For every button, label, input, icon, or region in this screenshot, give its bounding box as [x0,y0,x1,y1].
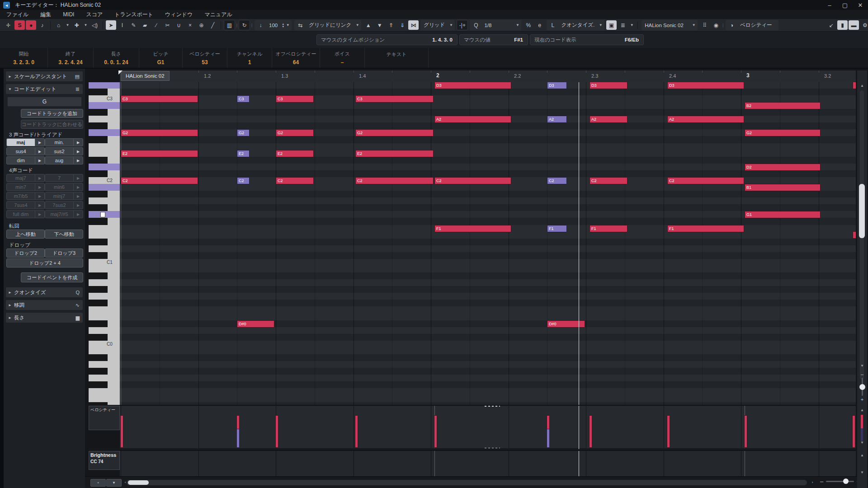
chord-play-icon[interactable]: ▶ [35,201,45,209]
chord-play-icon[interactable]: ▶ [35,156,45,164]
chord-label[interactable]: maj [6,138,35,146]
insert-velocity-icon[interactable]: ↓ [255,20,266,30]
chord-label[interactable]: 7sus4 [6,201,35,209]
chord-play-icon[interactable]: ▶ [74,156,83,164]
chord-label[interactable]: minj7 [45,192,74,200]
chord-button-7[interactable]: 7▶ [45,174,83,182]
chord-label[interactable]: aug [45,156,74,164]
line-tool[interactable]: ╱ [208,20,218,30]
section-length[interactable]: ► 長さ ▆ [6,313,83,323]
chord-play-icon[interactable]: ▶ [35,192,45,200]
setup-gear-icon[interactable]: ⚙ [860,20,868,30]
section-scale-assistant[interactable]: ► スケールアシスタント ▤ [6,71,83,81]
piano-key-F0[interactable] [89,306,120,313]
object-selection-tool[interactable]: ➤ [106,20,116,30]
chord-button-maj7[interactable]: maj7▶ [6,174,45,182]
speaker-icon[interactable]: ◁) [90,20,100,30]
scroll-right-arrow[interactable]: › [810,479,815,486]
info-col-ボイス[interactable]: ボイス– [320,48,365,68]
menu-MIDI[interactable]: MIDI [63,11,74,18]
piano-key-C2[interactable] [89,177,120,184]
zoom-tool[interactable]: ⊕ [196,20,207,30]
velocity-bar[interactable] [547,429,550,448]
chord-play-icon[interactable]: ▶ [35,210,45,218]
chord-button-m7/b5[interactable]: m7/b5▶ [6,192,45,200]
midi-note-edge[interactable] [853,231,856,239]
midi-note-D#0[interactable]: D#0 [237,320,274,328]
piano-key-D#-1[interactable] [89,402,120,405]
lane-type-dropdown[interactable]: ▼ [106,479,122,487]
piano-key-D3[interactable] [89,82,120,89]
midi-note-C2[interactable]: C2 [590,177,627,184]
chord-button-minj7[interactable]: minj7▶ [45,192,83,200]
vzoom-out-icon[interactable]: – [861,371,863,377]
edited-part-dropdown[interactable]: HALion Sonic 02 [642,23,690,28]
menu-トランスポート[interactable]: トランスポート [114,11,153,19]
cc-lane-label[interactable]: Brightness CC 74 [89,451,120,470]
midi-note-F1[interactable]: F1 [547,225,567,232]
chord-play-icon[interactable]: ▶ [74,210,83,218]
lower-zone-button[interactable]: ▬ [849,20,859,30]
piano-key-F#-1[interactable] [89,381,120,388]
midi-note-D3[interactable]: D3 [547,82,567,89]
midi-note-D3[interactable]: D3 [434,82,511,89]
midi-note-A2[interactable]: A2 [590,116,627,123]
record-button[interactable]: ● [26,20,36,30]
midi-note-F1[interactable]: F1 [667,225,744,232]
midi-note-G2[interactable]: G2 [237,129,250,136]
piano-key-G#2[interactable] [89,122,120,129]
cc-scroll-up[interactable]: ▲ [857,452,867,458]
snap-toggle-icon[interactable]: ⋈ [408,20,419,30]
dropdown-arrow-icon[interactable]: ▼ [690,20,697,30]
dropdown-arrow-icon[interactable]: ▼ [82,20,89,30]
chord-label[interactable]: sus2 [45,147,74,155]
chord-play-icon[interactable]: ▶ [74,138,83,146]
midi-note-G2[interactable]: G2 [745,129,821,136]
pin-icon[interactable]: ✛ [3,20,14,30]
midi-note-G1[interactable]: G1 [745,211,821,218]
piano-key-F-1[interactable] [89,388,120,395]
chord-play-icon[interactable]: ▶ [35,138,45,146]
piano-key-D#2[interactable] [89,157,120,164]
midi-note-C2[interactable]: C2 [547,177,567,184]
midi-note-G2[interactable]: G2 [276,129,314,136]
piano-key-D2[interactable] [89,164,120,170]
dropdown-arrow-icon[interactable]: ▼ [284,20,291,30]
piano-key-F2[interactable] [89,143,120,150]
piano-key-F#0[interactable] [89,300,120,306]
chord-label[interactable]: maj7/#5 [45,210,74,218]
erase-tool[interactable]: ▰ [140,20,150,30]
velocity-scroll-down[interactable]: ▼ [857,439,867,446]
chord-button-sus2[interactable]: sus2▶ [45,147,83,155]
scroll-down-arrow[interactable]: ▼ [857,362,867,369]
chord-root-display[interactable]: G [7,97,82,107]
cc-scroll-down[interactable]: ▼ [857,469,867,475]
nudge-down-icon[interactable]: ▼ [374,20,385,30]
chord-button-min7[interactable]: min7▶ [6,183,45,191]
piano-key-A1[interactable] [89,197,120,204]
status-field-0[interactable]: マウスのタイムポジション1. 4. 3. 0 [316,34,458,45]
midi-note-E2[interactable]: E2 [237,150,250,157]
quantize-panel-icon[interactable]: e [534,20,545,30]
chord-button-7sus2[interactable]: 7sus2▶ [45,201,83,209]
midi-note-C2[interactable]: C2 [434,177,511,184]
piano-key-G0[interactable] [89,293,120,300]
chord-label[interactable]: full dim [6,210,35,218]
move-down-button[interactable]: 下へ移動 [45,230,83,239]
drop24-button[interactable]: ドロップ2 + 4 [6,258,83,267]
chord-play-icon[interactable]: ▶ [74,174,83,182]
chord-button-min.[interactable]: min.▶ [45,138,83,146]
piano-key-C3[interactable] [89,95,120,102]
chord-button-dim[interactable]: dim▶ [6,156,45,164]
trim-tool[interactable]: ∕ [151,20,161,30]
midi-note-C3[interactable]: C3 [355,95,434,103]
glue-tool[interactable]: ∪ [174,20,184,30]
active-part-tab[interactable]: HALion Sonic 02 [121,71,170,81]
midi-note-C2[interactable]: C2 [237,177,250,184]
insert-velocity-value[interactable]: 100 [266,23,280,28]
left-zone-button[interactable]: ▮ [837,20,848,30]
add-chord-track-button[interactable]: コードトラックを追加 [21,109,83,118]
chord-label[interactable]: sus4 [6,147,35,155]
midi-note-D2[interactable]: D2 [745,164,821,171]
move-up-icon[interactable]: ⇑ [386,20,396,30]
